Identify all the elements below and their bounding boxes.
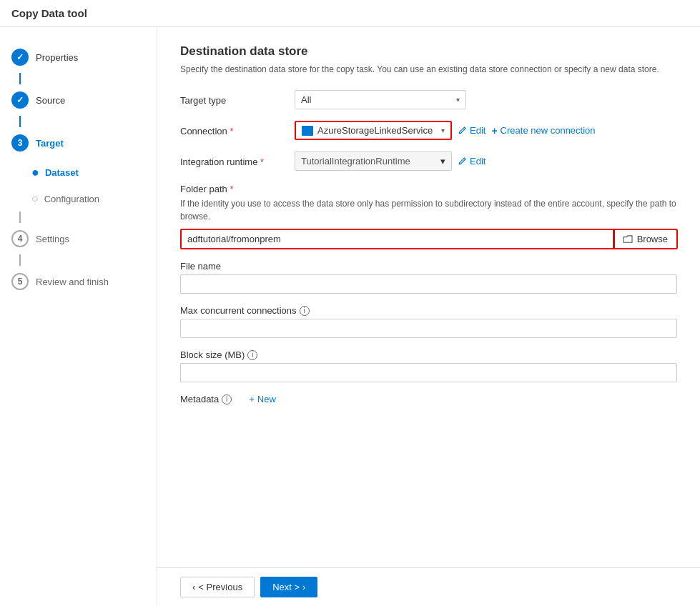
- folder-path-section: Folder path * If the identity you use to…: [180, 182, 677, 249]
- storage-icon: [302, 126, 313, 136]
- sidebar-item-dataset[interactable]: ● Dataset: [0, 159, 157, 186]
- block-size-input[interactable]: [180, 363, 677, 382]
- chevron-down-icon: ▾: [456, 96, 460, 104]
- sidebar-label-properties: Properties: [36, 52, 78, 63]
- file-name-input[interactable]: [180, 274, 677, 294]
- folder-required: *: [230, 184, 233, 194]
- chevron-down-icon: ▾: [441, 126, 445, 134]
- sidebar-label-target: Target: [36, 138, 64, 149]
- step-circle-source: ✓: [11, 91, 29, 109]
- connection-control: AzureStorageLinkedService ▾ Edit + Creat…: [295, 121, 677, 140]
- edit-runtime-link[interactable]: Edit: [458, 156, 485, 167]
- metadata-row: Metadata i + New: [180, 394, 677, 404]
- metadata-label: Metadata i: [180, 394, 232, 404]
- form-area: Destination data store Specify the desti…: [157, 27, 700, 567]
- sidebar-item-review[interactable]: 5 Review and finish: [0, 266, 157, 297]
- chevron-right-icon: ›: [302, 582, 305, 592]
- max-concurrent-label: Max concurrent connections i: [180, 305, 677, 316]
- plus-icon: +: [249, 394, 255, 404]
- connection-label: Connection *: [180, 124, 295, 136]
- metadata-block: Metadata i + New: [180, 394, 677, 404]
- info-icon: i: [300, 306, 310, 316]
- step-circle-target: 3: [11, 134, 29, 152]
- connection-value: AzureStorageLinkedService: [317, 125, 435, 136]
- max-concurrent-input[interactable]: [180, 319, 677, 338]
- connection-select[interactable]: AzureStorageLinkedService ▾: [295, 121, 452, 140]
- edit-icon: [458, 126, 467, 135]
- max-concurrent-block: Max concurrent connections i: [180, 305, 677, 338]
- app-header: Copy Data tool: [0, 0, 700, 27]
- previous-button[interactable]: ‹ < Previous: [180, 577, 255, 597]
- step-circle-review: 5: [11, 273, 29, 290]
- target-type-label: Target type: [180, 94, 295, 106]
- chevron-left-icon: ‹: [192, 582, 195, 592]
- info-icon-block: i: [247, 350, 257, 360]
- target-type-row: Target type All ▾: [180, 90, 677, 109]
- integration-runtime-row: Integration runtime * TutorialIntegratio…: [180, 152, 677, 171]
- app-container: Copy Data tool ✓ Properties ✓ Source 3: [0, 0, 700, 606]
- target-type-value: All: [301, 94, 311, 105]
- main-content: ✓ Properties ✓ Source 3 Target ● Dataset: [0, 27, 700, 606]
- sidebar-item-source[interactable]: ✓ Source: [0, 84, 157, 116]
- target-type-select[interactable]: All ▾: [295, 90, 466, 109]
- runtime-value: TutorialIntegrationRuntime: [301, 156, 410, 167]
- content-area: Destination data store Specify the desti…: [157, 27, 700, 606]
- folder-path-label: Folder path *: [180, 182, 677, 194]
- target-type-control: All ▾: [295, 90, 677, 109]
- info-icon-meta: i: [222, 394, 232, 404]
- sidebar-item-configuration[interactable]: ○ Configuration: [0, 186, 157, 212]
- plus-icon: +: [491, 125, 497, 136]
- file-name-block: File name: [180, 261, 677, 294]
- footer-bar: ‹ < Previous Next > ›: [157, 567, 700, 606]
- chevron-down-icon: ▾: [440, 156, 445, 167]
- sidebar-label-review: Review and finish: [36, 277, 109, 287]
- connection-required: *: [230, 126, 233, 136]
- file-name-label: File name: [180, 261, 677, 272]
- sidebar-item-properties[interactable]: ✓ Properties: [0, 41, 157, 73]
- step-circle-settings: 4: [11, 230, 29, 247]
- connection-row: Connection * AzureStorageLinkedService ▾…: [180, 121, 677, 140]
- integration-required: *: [260, 157, 264, 167]
- integration-runtime-select[interactable]: TutorialIntegrationRuntime ▾: [295, 152, 452, 171]
- folder-path-input[interactable]: [180, 229, 614, 249]
- block-size-block: Block size (MB) i: [180, 349, 677, 382]
- section-desc: Specify the destination data store for t…: [180, 63, 677, 76]
- sidebar-label-source: Source: [36, 95, 65, 106]
- sidebar-label-settings: Settings: [36, 234, 69, 244]
- integration-runtime-label: Integration runtime *: [180, 155, 295, 167]
- sidebar-item-target[interactable]: 3 Target: [0, 127, 157, 159]
- new-metadata-link[interactable]: + New: [249, 394, 276, 404]
- edit-connection-link[interactable]: Edit: [458, 125, 485, 136]
- integration-runtime-control: TutorialIntegrationRuntime ▾ Edit: [295, 152, 677, 171]
- block-size-label: Block size (MB) i: [180, 349, 677, 360]
- connector-4: [19, 254, 21, 266]
- connector-1: [19, 73, 21, 84]
- connector-3: [19, 212, 21, 223]
- edit-icon: [458, 157, 467, 166]
- connector-2: [19, 116, 21, 127]
- sidebar-label-configuration: Configuration: [44, 194, 99, 204]
- folder-icon: [623, 235, 633, 244]
- next-button[interactable]: Next > ›: [260, 577, 317, 597]
- folder-path-desc: If the identity you use to access the da…: [180, 197, 677, 223]
- step-circle-properties: ✓: [11, 49, 29, 66]
- section-title: Destination data store: [180, 44, 677, 59]
- create-new-connection-link[interactable]: + Create new connection: [491, 125, 595, 136]
- sidebar: ✓ Properties ✓ Source 3 Target ● Dataset: [0, 27, 157, 606]
- sidebar-item-settings[interactable]: 4 Settings: [0, 223, 157, 254]
- sidebar-label-dataset: Dataset: [45, 167, 79, 178]
- app-title: Copy Data tool: [11, 7, 689, 19]
- folder-path-row: Browse: [180, 229, 677, 249]
- browse-button[interactable]: Browse: [614, 229, 677, 249]
